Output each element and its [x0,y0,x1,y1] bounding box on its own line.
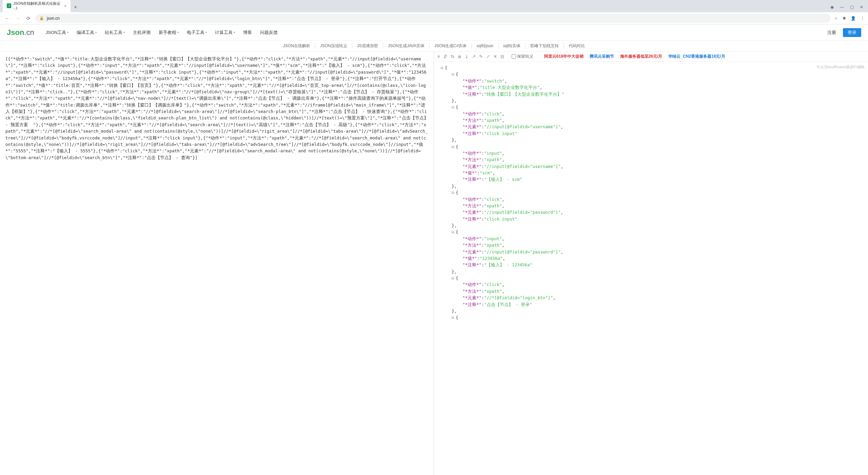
login-button[interactable]: 登录 [843,28,861,37]
site-header: Json.cn JSON工具▾编译工具▾站长工具▾主机评测新手教程▾电子工具▾计… [0,24,868,41]
nav-item-2[interactable]: 站长工具▾ [101,27,128,38]
collapse-toggle-icon[interactable]: ⊟ [452,144,456,150]
json-kv[interactable]: "*动作*":"input", [441,150,861,156]
nav-item-6[interactable]: 计算工具▾ [212,27,238,38]
ad-link-2[interactable]: 海外服务器低至26元/月 [620,54,663,59]
extensions-icon[interactable]: ✱ [843,16,846,21]
toolbar-icon-9[interactable]: ⊟ [500,54,504,59]
nav-item-3[interactable]: 主机评测 [130,27,154,38]
toolbar-icon-1[interactable]: ⇵ [443,54,447,59]
address-bar: ← → ⟳ 🔒 json.cn ☆ ✱ 👤 ⋮ [0,12,868,24]
subnav-item-8[interactable]: 代码对比 [564,43,590,49]
json-kv[interactable]: "*值*":"title:大型企业数字化平台", [441,84,861,91]
maximize-icon[interactable]: ▢ [850,5,854,10]
keep-escape-checkbox[interactable]: 保留转义 [512,54,533,59]
forward-icon[interactable]: → [14,14,22,22]
browser-tabstrip: J JSON在线解析及格式化验证 - J × + ◉ — ▢ ✕ [0,0,868,12]
collapse-toggle-icon[interactable]: ⊟ [452,71,456,77]
json-tree-view[interactable]: ⊟[⊟{"*动作*":"switch","*值*":"title:大型企业数字化… [434,62,868,475]
toolbar-icon-0[interactable]: ≡ [437,54,440,59]
close-window-icon[interactable]: ✕ [860,5,863,10]
json-kv[interactable]: "*动作*":"switch", [441,78,861,84]
json-kv[interactable]: "*方法*":"xpath", [441,203,861,209]
json-kv[interactable]: "*注释*":"点击【节点】 - 登录" [441,301,861,308]
subnav-item-0[interactable]: JSON在线解析 [278,43,315,49]
json-kv[interactable]: "*值*":"scm", [441,170,861,176]
json-kv[interactable]: "*方法*":"xpath", [441,288,861,294]
json-output-pane: ≡⇵⇆≣⤓↗✎⤢✕⊟ 保留转义 阿里云618年中大促销腾讯云采购节海外服务器低至… [434,52,868,475]
edit-hint: 可点击key和value值进行编辑 [816,64,865,70]
nav-item-7[interactable]: 博客 [240,27,255,38]
collapse-toggle-icon[interactable]: ⊟ [452,104,456,110]
toolbar-icon-5[interactable]: ↗ [472,54,476,59]
collapse-toggle-icon[interactable]: ⊟ [452,189,456,196]
toolbar-icon-4[interactable]: ⤓ [465,54,469,59]
json-kv[interactable]: "*元素*":"//input[@fieldid="username"]", [441,163,861,170]
subnav-item-2[interactable]: JS混淆加密 [352,43,383,49]
caret-down-icon: ▾ [123,31,125,34]
menu-icon[interactable]: ⋮ [861,16,865,21]
nav-item-0[interactable]: JSON工具▾ [42,27,72,38]
subnav-item-4[interactable]: JSON生成C#实体 [430,43,472,49]
collapse-toggle-icon[interactable]: ⊟ [452,314,456,321]
json-kv[interactable]: "*方法*":"xpath", [441,117,861,124]
ad-link-0[interactable]: 阿里云618年中大促销 [544,54,584,59]
nav-item-1[interactable]: 编译工具▾ [73,27,100,38]
back-icon[interactable]: ← [3,14,11,22]
json-kv[interactable]: "*注释*":"click input" [441,130,861,137]
json-kv[interactable]: "*注释*":"转换【窗口】【大型企业数字化平台】" [441,91,861,97]
caret-down-icon: ▾ [95,31,97,34]
caret-down-icon: ▾ [234,31,235,34]
collapse-toggle-icon[interactable]: ⊟ [441,64,445,71]
nav-item-4[interactable]: 新手教程▾ [155,27,182,38]
account-icon[interactable]: ◉ [830,5,834,10]
sub-nav: JSON在线解析JSON压缩转义JS混淆加密JSON生成JAVA实体JSON生成… [0,41,868,52]
new-tab-button[interactable]: + [71,2,80,12]
json-kv[interactable]: "*动作*":"click", [441,196,861,203]
lock-icon: 🔒 [39,16,44,20]
ad-link-3[interactable]: 华纳云_CN2香港服务器18元/月 [668,54,725,59]
json-kv[interactable]: "*动作*":"click", [441,111,861,117]
minimize-icon[interactable]: — [840,5,844,10]
site-logo[interactable]: Json.cn [7,28,34,37]
json-kv[interactable]: "*动作*":"input", [441,235,861,242]
star-icon[interactable]: ☆ [834,16,838,21]
json-kv[interactable]: "*方法*":"xpath", [441,156,861,163]
json-input-pane[interactable]: [{"*动作*":"switch","*值*":"title:大型企业数字化平台… [0,52,434,475]
toolbar-icon-7[interactable]: ⤢ [486,54,490,59]
collapse-toggle-icon[interactable]: ⊟ [452,229,456,235]
subnav-item-5[interactable]: sql转json [472,43,498,49]
subnav-item-3[interactable]: JSON生成JAVA实体 [383,43,430,49]
toolbar-icon-3[interactable]: ≣ [458,54,461,59]
json-kv[interactable]: "*元素*":"//input[@fieldid="username"]", [441,124,861,130]
ad-link-1[interactable]: 腾讯云采购节 [590,54,614,59]
json-kv[interactable]: "*元素*":"//*[@fieldid="login_btn"]", [441,294,861,301]
url-text: json.cn [47,16,60,21]
toolbar-icon-2[interactable]: ⇆ [451,54,454,59]
json-kv[interactable]: "*注释*":"【输入】 - 123456a" [441,262,861,268]
subnav-item-6[interactable]: sql转实体 [498,43,526,49]
json-kv[interactable]: "*元素*":"//input[@fieldid="password"]", [441,209,861,215]
keep-escape-input[interactable] [512,54,516,59]
toolbar-icon-6[interactable]: ✎ [479,54,483,59]
browser-tab[interactable]: J JSON在线解析及格式化验证 - J × [3,0,71,12]
json-kv[interactable]: "*值*":"123456a", [441,255,861,262]
register-button[interactable]: 注册 [824,28,840,37]
json-kv[interactable]: "*动作*":"click", [441,281,861,288]
collapse-toggle-icon[interactable]: ⊟ [452,275,456,281]
caret-down-icon: ▾ [177,31,179,34]
reload-icon[interactable]: ⟳ [25,14,32,22]
url-input[interactable]: 🔒 json.cn [35,14,831,23]
json-kv[interactable]: "*注释*":"click input" [441,216,861,222]
toolbar-icon-8[interactable]: ✕ [493,54,497,59]
json-kv[interactable]: "*元素*":"//input[@fieldid="password"]", [441,249,861,255]
subnav-item-1[interactable]: JSON压缩转义 [315,43,352,49]
nav-item-8[interactable]: 问题反馈 [257,27,281,38]
nav-item-5[interactable]: 电子工具▾ [183,27,210,38]
subnav-item-7[interactable]: 驼峰下划线互转 [526,43,564,49]
profile-icon[interactable]: 👤 [851,16,856,21]
json-kv[interactable]: "*方法*":"xpath", [441,242,861,248]
json-kv[interactable]: "*注释*":"【输入】 - scm" [441,176,861,183]
tab-close-icon[interactable]: × [64,4,66,8]
tab-title: JSON在线解析及格式化验证 - J [13,1,61,10]
